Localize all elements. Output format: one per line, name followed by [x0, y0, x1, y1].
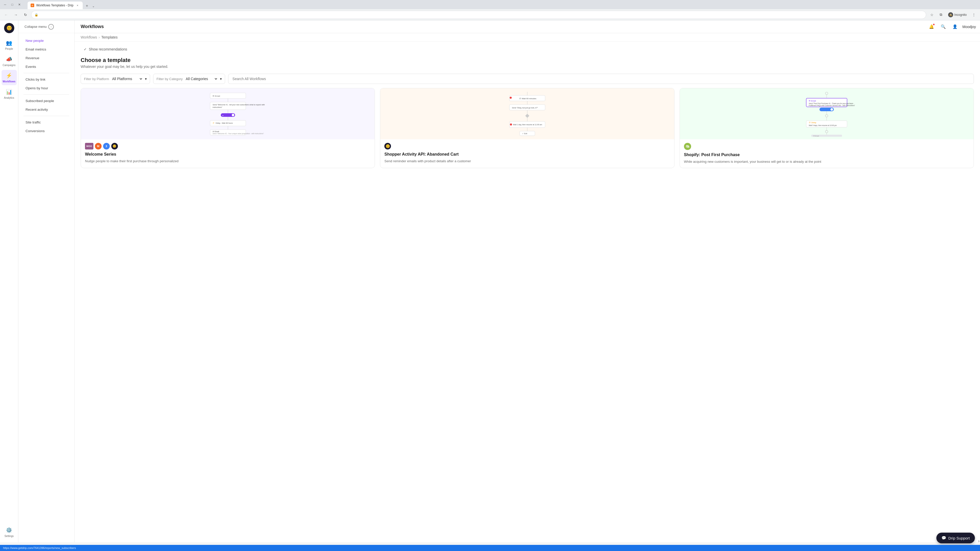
category-select[interactable]: All Categories Abandoned Cart Welcome Se…	[185, 76, 218, 81]
collapse-menu-button[interactable]: Collapse menu →	[22, 23, 56, 30]
app-wrapper: 😊 👥 People 📣 Campaigns ⚡ Workflows 📊 Ana…	[0, 21, 980, 542]
svg-rect-32	[520, 131, 535, 136]
platform-filter-label: Filter by Platform	[84, 77, 109, 81]
category-filter-label: Filter by Category	[156, 77, 183, 81]
refresh-button[interactable]: ↻	[21, 11, 30, 19]
custom-badge: 3	[103, 143, 110, 149]
submenu-item-recent-activity[interactable]: Recent activity	[21, 105, 72, 114]
lock-icon: 🔒	[35, 13, 38, 17]
minimize-button[interactable]: ─	[2, 2, 8, 8]
section-heading: Choose a template Whatever your goal may…	[75, 57, 980, 71]
card-preview-shopper: ⏱ Wait 60 minutes Send "Okay, but just g…	[380, 88, 674, 139]
svg-text:✉ Email: ✉ Email	[213, 95, 220, 97]
settings-label: Settings	[4, 535, 14, 538]
incognito-indicator: 🕵 Incognito	[946, 11, 969, 18]
people-label: People	[5, 48, 13, 51]
submenu-item-site-traffic[interactable]: Site traffic	[21, 118, 72, 127]
sidebar-item-settings[interactable]: ⚙️ Settings	[2, 524, 17, 540]
card-body-shopper: 😊 Shopper Activity API: Abandoned Cart S…	[380, 139, 674, 167]
svg-text:●: ●	[222, 114, 223, 116]
card-preview-welcome: ✉ Email Send "Welcome #1 - tell your new…	[81, 88, 375, 139]
search-button[interactable]: 🔍	[939, 22, 948, 31]
browser-toolbar: ← → ↻ 🔒 getdrip.com/7641396/workflow_tem…	[0, 9, 980, 21]
close-button[interactable]: ✕	[16, 2, 22, 8]
svg-text:Wait 1 day, then resume at 11:: Wait 1 day, then resume at 11:00 am	[513, 124, 542, 126]
maximize-button[interactable]: □	[9, 2, 15, 8]
window-button[interactable]: ⧉	[937, 11, 945, 19]
tab-title: Workflows Templates - Drip	[36, 3, 73, 7]
category-filter[interactable]: Filter by Category All Categories Abando…	[153, 74, 225, 84]
drip-logo[interactable]: 😊	[4, 23, 14, 33]
card-platforms-shopper: 😊	[384, 143, 670, 149]
magento-badge: M	[95, 143, 102, 149]
username-label[interactable]: Moodjoy	[963, 25, 976, 29]
campaigns-icon: 📣	[6, 56, 13, 63]
workflow-preview-svg: ✉ Email Send "Welcome #1 - tell your new…	[96, 91, 360, 137]
add-tab-button[interactable]: +	[84, 3, 90, 9]
search-workflows[interactable]	[228, 74, 974, 84]
recommendations-label: Show recommendations	[89, 47, 127, 51]
back-button[interactable]: ←	[2, 11, 10, 19]
notification-button[interactable]: 🔔	[927, 22, 936, 31]
workflow-card-shopify-purchase[interactable]: ✉ Email Send "Post First Purchase #1 - T…	[679, 88, 974, 168]
submenu-header: Collapse menu →	[18, 21, 74, 33]
menu-button[interactable]: ⋮	[970, 11, 978, 19]
main-toolbar: ✓ Show recommendations	[75, 41, 980, 57]
svg-point-43	[825, 114, 828, 117]
campaigns-label: Campaigns	[3, 64, 16, 67]
settings-icon: ⚙️	[6, 527, 13, 534]
submenu-item-clicks-by-link[interactable]: Clicks by link	[21, 75, 72, 84]
incognito-label: Incognito	[954, 13, 967, 17]
submenu-divider-2	[24, 94, 69, 95]
sidebar-item-analytics[interactable]: 📊 Analytics	[2, 86, 17, 102]
card-description-welcome: Nudge people to make their first purchas…	[85, 159, 371, 164]
tab-close-button[interactable]: ×	[76, 3, 80, 7]
bookmark-button[interactable]: ☆	[928, 11, 936, 19]
breadcrumb-separator: ›	[99, 35, 100, 39]
card-description-shopper: Send reminder emails with product detail…	[384, 159, 670, 164]
browser-titlebar: ─ □ ✕ D Workflows Templates - Drip × + ⌄	[0, 0, 980, 9]
submenu-item-new-people[interactable]: New people	[21, 37, 72, 45]
card-platforms-shopify: 🛍	[684, 143, 969, 150]
active-tab[interactable]: D Workflows Templates - Drip ×	[27, 2, 83, 9]
sidebar-item-campaigns[interactable]: 📣 Campaigns	[2, 54, 17, 69]
submenu-item-email-metrics[interactable]: Email metrics	[21, 45, 72, 54]
sidebar-item-people[interactable]: 👥 People	[2, 37, 17, 52]
toolbar-actions: ☆ ⧉ 🕵 Incognito ⋮	[928, 11, 978, 19]
submenu-item-subscribed-people[interactable]: Subscribed people	[21, 97, 72, 105]
submenu-item-opens-by-hour[interactable]: Opens by hour	[21, 84, 72, 92]
submenu-item-events[interactable]: Events	[21, 62, 72, 71]
search-input[interactable]	[232, 77, 969, 81]
user-menu-button[interactable]: 👤	[951, 22, 959, 31]
workflow-card-shopper-activity[interactable]: ⏱ Wait 60 minutes Send "Okay, but just g…	[380, 88, 674, 168]
platform-filter[interactable]: Filter by Platform All Platforms WooComm…	[81, 74, 150, 84]
sidebar-item-workflows[interactable]: ⚡ Workflows	[2, 70, 17, 85]
drip-support-button[interactable]: 💬 Drip Support	[936, 533, 975, 542]
overflow-arrow: ›	[978, 539, 980, 542]
svg-point-21	[510, 97, 512, 99]
svg-text:Send "Post First Purchase #1 -: Send "Post First Purchase #1 - Thank you…	[809, 103, 854, 105]
show-recommendations-button[interactable]: ✓ Show recommendations	[81, 45, 130, 53]
submenu-item-revenue[interactable]: Revenue	[21, 54, 72, 62]
breadcrumb-parent: Workflows	[81, 35, 97, 39]
notification-dot	[933, 24, 935, 25]
browser-chrome: ─ □ ✕ D Workflows Templates - Drip × + ⌄…	[0, 0, 980, 21]
card-body-welcome: WOO M 3 😊 Welcome Series Nudge people to…	[81, 139, 375, 167]
svg-point-34	[825, 92, 828, 95]
template-heading: Choose a template	[81, 57, 974, 64]
tab-list-button[interactable]: ⌄	[90, 3, 97, 9]
address-bar[interactable]: 🔒 getdrip.com/7641396/workflow_templates	[31, 11, 926, 19]
drip-badge: 😊	[111, 143, 118, 149]
submenu-item-conversions[interactable]: Conversions	[21, 127, 72, 135]
platform-select[interactable]: All Platforms WooCommerce Shopify	[111, 76, 143, 81]
submenu-items: New people Email metrics Revenue Events …	[18, 33, 74, 542]
support-icon: 💬	[942, 536, 946, 540]
workflows-label: Workflows	[3, 80, 15, 83]
svg-text:Wait 5 days, then resume at 10: Wait 5 days, then resume at 10:00 pm	[809, 124, 837, 127]
submenu: Collapse menu → New people Email metrics…	[18, 21, 75, 542]
url-input[interactable]: getdrip.com/7641396/workflow_templates	[40, 13, 923, 17]
breadcrumb: Workflows › Templates	[75, 33, 980, 41]
app-header: Workflows 🔔 🔍 👤 Moodjoy	[75, 21, 980, 33]
workflow-card-welcome-series[interactable]: ✉ Email Send "Welcome #1 - tell your new…	[81, 88, 375, 168]
forward-button[interactable]: →	[12, 11, 20, 19]
